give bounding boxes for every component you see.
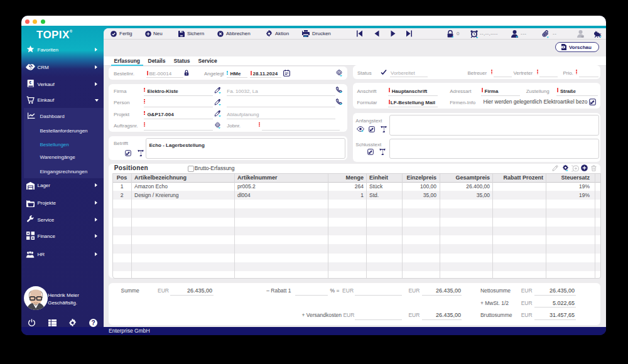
- svg-text:€: €: [30, 80, 32, 85]
